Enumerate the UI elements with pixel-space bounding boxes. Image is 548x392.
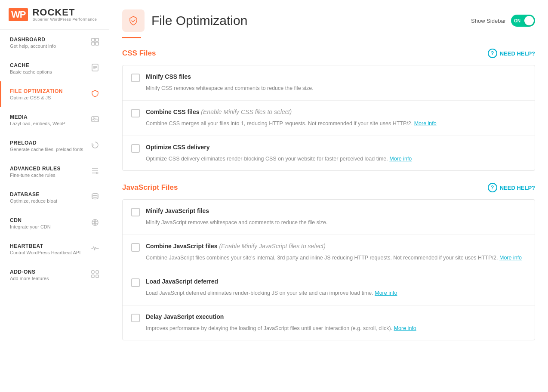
option-desc-optimize-css-delivery: Optimize CSS delivery eliminates render-… <box>146 155 526 163</box>
option-desc-delay-js: Improves performance by delaying the loa… <box>146 324 526 333</box>
js-need-help-label: NEED HELP? <box>500 185 535 191</box>
nav-item-text-file-optimization: FILE OPTIMIZATION Optimize CSS & JS <box>10 88 90 100</box>
nav-icon-file-optimization <box>90 89 100 100</box>
js-section-title: JavaScript Files <box>122 183 178 192</box>
nav-item-title-media: MEDIA <box>10 114 90 120</box>
nav-icon-advanced-rules <box>90 167 100 177</box>
sidebar-item-cache[interactable]: CACHE Basic cache options <box>0 56 109 81</box>
more-info-link-combine-js[interactable]: More info <box>499 255 522 261</box>
checkbox-optimize-css-delivery[interactable] <box>131 144 140 153</box>
js-need-help-button[interactable]: ? NEED HELP? <box>488 183 535 192</box>
option-label-minify-js: Minify JavaScript files <box>146 207 209 214</box>
svg-rect-21 <box>96 275 99 278</box>
option-desc-combine-css: Combine CSS merges all your files into 1… <box>146 120 526 128</box>
option-top-combine-js: Combine JavaScript files (Enable Minify … <box>131 243 526 252</box>
nav-item-title-file-optimization: FILE OPTIMIZATION <box>10 88 90 94</box>
option-top-combine-css: Combine CSS files (Enable Minify CSS fil… <box>131 108 526 117</box>
checkbox-combine-css[interactable] <box>131 109 140 117</box>
svg-point-15 <box>92 219 98 225</box>
nav-icon-preload <box>90 141 100 151</box>
nav-item-subtitle-add-ons: Add more features <box>10 276 90 281</box>
sidebar-item-cdn[interactable]: CDN Integrate your CDN <box>0 210 109 236</box>
js-need-help-icon: ? <box>488 183 497 192</box>
more-info-link-delay-js[interactable]: More info <box>394 325 416 331</box>
checkbox-minify-js[interactable] <box>131 208 140 216</box>
sidebar: WP ROCKET Superior WordPress Performance… <box>0 0 109 392</box>
sidebar-item-media[interactable]: MEDIA LazyLoad, embeds, WebP <box>0 107 109 133</box>
more-info-link-optimize-css-delivery[interactable]: More info <box>389 156 412 162</box>
nav-item-text-cache: CACHE Basic cache options <box>10 62 90 74</box>
page-icon <box>122 9 145 32</box>
nav-item-title-advanced-rules: ADVANCED RULES <box>10 166 90 172</box>
sidebar-item-database[interactable]: DATABASE Optimize, reduce bloat <box>0 185 109 210</box>
nav-icon-cache <box>90 63 100 74</box>
sidebar-item-heartbeat[interactable]: HEARTBEAT Control WordPress Heartbeat AP… <box>0 236 109 262</box>
nav-item-title-add-ons: ADD-ONS <box>10 269 90 275</box>
option-row-minify-css: Minify CSS files Minify CSS removes whit… <box>123 65 535 101</box>
svg-rect-19 <box>96 271 99 273</box>
svg-point-13 <box>96 172 98 174</box>
option-label-minify-css: Minify CSS files <box>146 73 191 80</box>
svg-rect-20 <box>92 275 94 278</box>
option-desc-load-js-deferred: Load JavaScript deferred eliminates rend… <box>146 289 526 297</box>
js-section-header: JavaScript Files ? NEED HELP? <box>122 183 535 192</box>
sidebar-item-advanced-rules[interactable]: ADVANCED RULES Fine-tune cache rules <box>0 159 109 185</box>
nav-item-subtitle-cdn: Integrate your CDN <box>10 224 90 229</box>
checkbox-minify-css[interactable] <box>131 74 140 82</box>
option-row-optimize-css-delivery: Optimize CSS delivery Optimize CSS deliv… <box>123 136 535 171</box>
option-label-delay-js: Delay JavaScript execution <box>146 313 224 320</box>
nav-item-title-cache: CACHE <box>10 62 90 68</box>
nav-item-subtitle-database: Optimize, reduce bloat <box>10 198 90 204</box>
css-need-help-label: NEED HELP? <box>500 50 535 57</box>
option-label-optimize-css-delivery: Optimize CSS delivery <box>146 144 210 151</box>
main-content: File Optimization Show Sidebar ON CSS Fi… <box>109 0 548 392</box>
nav-item-text-database: DATABASE Optimize, reduce bloat <box>10 191 90 204</box>
nav-item-subtitle-preload: Generate cache files, preload fonts <box>10 147 90 152</box>
nav-icon-dashboard <box>90 37 100 48</box>
js-options-card: Minify JavaScript files Minify JavaScrip… <box>122 199 535 340</box>
checkbox-combine-js[interactable] <box>131 243 140 252</box>
header-left: File Optimization <box>122 9 247 32</box>
nav-item-title-database: DATABASE <box>10 191 90 198</box>
nav-item-text-preload: PRELOAD Generate cache files, preload fo… <box>10 140 90 152</box>
css-section-title: CSS Files <box>122 49 156 58</box>
sidebar-item-file-optimization[interactable]: FILE OPTIMIZATION Optimize CSS & JS <box>0 81 109 107</box>
logo-text: ROCKET Superior WordPress Performance <box>32 8 97 22</box>
page-header: File Optimization Show Sidebar ON <box>109 0 548 32</box>
nav-icon-cdn <box>90 218 100 229</box>
nav-item-subtitle-file-optimization: Optimize CSS & JS <box>10 95 90 100</box>
show-sidebar-toggle[interactable]: ON <box>511 15 535 27</box>
sidebar-item-preload[interactable]: PRELOAD Generate cache files, preload fo… <box>0 133 109 159</box>
checkbox-load-js-deferred[interactable] <box>131 278 140 287</box>
nav-list: DASHBOARD Get help, account info CACHE B… <box>0 30 109 288</box>
nav-item-subtitle-dashboard: Get help, account info <box>10 43 90 49</box>
checkbox-delay-js[interactable] <box>131 314 140 322</box>
option-top-minify-js: Minify JavaScript files <box>131 207 526 216</box>
logo-rocket-name: ROCKET <box>32 8 97 17</box>
nav-item-subtitle-heartbeat: Control WordPress Heartbeat API <box>10 250 90 255</box>
nav-item-subtitle-advanced-rules: Fine-tune cache rules <box>10 173 90 178</box>
option-top-delay-js: Delay JavaScript execution <box>131 313 526 322</box>
nav-item-text-heartbeat: HEARTBEAT Control WordPress Heartbeat AP… <box>10 243 90 255</box>
nav-item-text-dashboard: DASHBOARD Get help, account info <box>10 37 90 49</box>
header-right: Show Sidebar ON <box>471 15 535 27</box>
logo-tagline: Superior WordPress Performance <box>32 17 97 22</box>
sidebar-item-dashboard[interactable]: DASHBOARD Get help, account info <box>0 30 109 56</box>
nav-icon-heartbeat <box>90 244 100 255</box>
more-info-link-combine-css[interactable]: More info <box>414 120 437 127</box>
logo-area: WP ROCKET Superior WordPress Performance <box>0 0 109 30</box>
svg-rect-2 <box>92 42 95 45</box>
option-top-optimize-css-delivery: Optimize CSS delivery <box>131 144 526 153</box>
nav-item-title-heartbeat: HEARTBEAT <box>10 243 90 249</box>
option-row-delay-js: Delay JavaScript execution Improves perf… <box>123 306 535 340</box>
nav-item-subtitle-media: LazyLoad, embeds, WebP <box>10 121 90 126</box>
nav-icon-database <box>90 192 100 203</box>
nav-icon-add-ons <box>90 270 100 281</box>
show-sidebar-label: Show Sidebar <box>471 18 506 24</box>
more-info-link-load-js-deferred[interactable]: More info <box>375 290 397 296</box>
option-top-load-js-deferred: Load JavaScript deferred <box>131 278 526 287</box>
css-need-help-button[interactable]: ? NEED HELP? <box>488 49 535 58</box>
css-need-help-icon: ? <box>488 49 497 58</box>
sidebar-item-add-ons[interactable]: ADD-ONS Add more features <box>0 262 109 288</box>
option-desc-combine-js: Combine JavaScript files combines your s… <box>146 254 526 262</box>
